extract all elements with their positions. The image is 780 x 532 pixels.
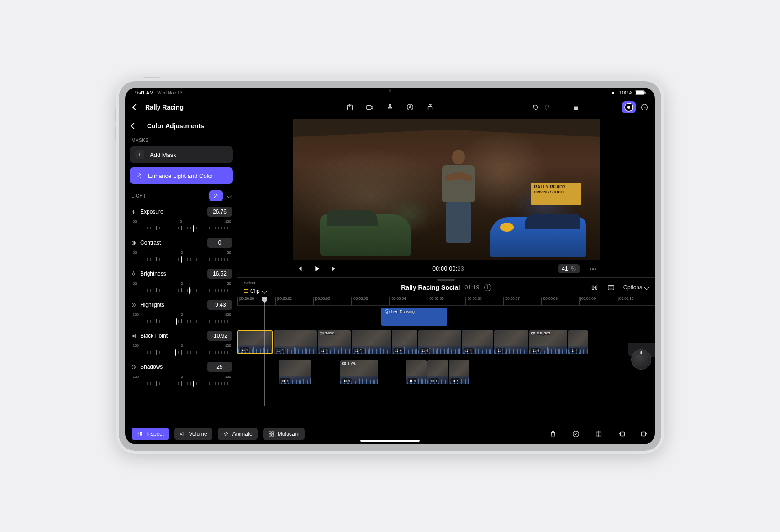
param-slider[interactable]: -50050 bbox=[130, 282, 233, 294]
clip[interactable]: 4 bbox=[406, 360, 427, 384]
param-value[interactable]: 26.76 bbox=[207, 207, 232, 217]
clip-selector[interactable]: Clip bbox=[244, 288, 266, 294]
voiceover-button[interactable] bbox=[386, 103, 394, 111]
sequence-name[interactable]: Rally Racing Social bbox=[401, 284, 460, 291]
timeline-ruler[interactable]: |00:00:00|00:00:01|00:00:02|00:00:03|00:… bbox=[237, 297, 655, 306]
animate-tab[interactable]: Animate bbox=[218, 428, 258, 440]
delete-button[interactable] bbox=[549, 430, 557, 438]
svg-point-51 bbox=[422, 351, 423, 352]
svg-rect-93 bbox=[269, 434, 271, 436]
multicam-tab[interactable]: Multicam bbox=[263, 428, 305, 440]
preview-viewer[interactable]: RALLY READY DRIVING SCHOOL bbox=[293, 119, 600, 260]
param-slider[interactable]: -500100 bbox=[130, 219, 233, 232]
undo-button[interactable] bbox=[531, 103, 539, 111]
svg-point-80 bbox=[411, 380, 412, 381]
clip[interactable]: 4 bbox=[462, 330, 493, 354]
clip[interactable]: 4 bbox=[352, 330, 391, 354]
clip[interactable]: 4 bbox=[274, 330, 317, 354]
param-slider[interactable]: -1000100 bbox=[130, 344, 233, 356]
enhance-button[interactable]: Enhance Light and Color bbox=[130, 167, 233, 184]
param-value[interactable]: 16.52 bbox=[207, 269, 232, 279]
svg-point-72 bbox=[282, 381, 283, 382]
clip[interactable]: 4 bbox=[392, 330, 417, 354]
timeline-resize-handle[interactable] bbox=[437, 279, 455, 281]
import-button[interactable] bbox=[346, 103, 354, 111]
clip[interactable]: 4 bbox=[279, 360, 311, 384]
clip[interactable]: 4 bbox=[418, 330, 461, 354]
clip[interactable]: 24091… 4 bbox=[318, 330, 351, 354]
enable-button[interactable] bbox=[572, 430, 580, 438]
split-button[interactable] bbox=[595, 430, 603, 438]
auto-button[interactable] bbox=[406, 103, 414, 111]
param-highlights: Highlights -9.43 -1000100 bbox=[130, 298, 233, 325]
live-camera-button[interactable] bbox=[366, 103, 374, 111]
select-label: Select bbox=[244, 281, 266, 285]
svg-point-68 bbox=[572, 351, 573, 352]
svg-rect-97 bbox=[620, 432, 624, 436]
param-value[interactable]: 0 bbox=[207, 238, 232, 248]
param-slider[interactable]: -1000100 bbox=[130, 375, 233, 387]
param-slider[interactable]: -50050 bbox=[130, 250, 233, 263]
sequence-info-button[interactable]: i bbox=[484, 284, 491, 291]
prev-frame-button[interactable] bbox=[295, 265, 304, 273]
svg-point-78 bbox=[346, 381, 347, 382]
jog-wheel[interactable] bbox=[631, 349, 651, 370]
trim-start-button[interactable] bbox=[617, 430, 626, 438]
project-title[interactable]: Rally Racing bbox=[145, 104, 184, 111]
media-button[interactable] bbox=[585, 101, 599, 113]
inspector-back-button[interactable] bbox=[130, 122, 138, 130]
svg-point-50 bbox=[424, 349, 425, 350]
param-value[interactable]: 25 bbox=[207, 362, 232, 372]
clip[interactable]: 4 bbox=[494, 330, 529, 354]
svg-rect-74 bbox=[342, 362, 344, 365]
param-value[interactable]: -10.92 bbox=[207, 331, 232, 341]
svg-point-55 bbox=[466, 351, 467, 352]
share-button[interactable] bbox=[426, 103, 434, 111]
param-slider[interactable]: -1000100 bbox=[130, 313, 233, 325]
clip[interactable]: 4 bbox=[568, 330, 588, 354]
svg-point-82 bbox=[411, 381, 412, 382]
svg-point-56 bbox=[467, 351, 468, 352]
svg-point-69 bbox=[573, 351, 574, 352]
light-disclosure[interactable] bbox=[227, 193, 232, 198]
svg-rect-1 bbox=[367, 105, 371, 109]
svg-rect-6 bbox=[574, 107, 578, 110]
svg-point-66 bbox=[572, 349, 573, 350]
svg-point-58 bbox=[499, 349, 500, 350]
inspect-tab[interactable]: Inspect bbox=[132, 428, 169, 440]
clip[interactable]: 1-Wi… 4 bbox=[340, 360, 378, 384]
clip[interactable]: 4 bbox=[449, 360, 469, 384]
back-button[interactable] bbox=[132, 103, 140, 111]
param-brightness: Brightness 16.52 -50050 bbox=[130, 267, 233, 294]
param-black-point: Black Point -10.92 -1000100 bbox=[130, 329, 233, 356]
timeline-options[interactable]: Options bbox=[623, 284, 648, 291]
plus-icon: + bbox=[135, 150, 144, 159]
clip[interactable]: 4 bbox=[427, 360, 448, 384]
playhead-line bbox=[264, 297, 265, 406]
viewer-more-button[interactable] bbox=[589, 265, 597, 273]
redo-button[interactable] bbox=[543, 103, 552, 111]
play-button[interactable] bbox=[313, 265, 321, 273]
next-frame-button[interactable] bbox=[330, 265, 338, 273]
home-indicator[interactable] bbox=[360, 440, 420, 442]
clip[interactable]: DJI_202… 4 bbox=[529, 330, 567, 354]
more-button[interactable] bbox=[640, 103, 648, 111]
svg-point-60 bbox=[499, 351, 500, 352]
svg-point-30 bbox=[242, 350, 243, 351]
clip[interactable]: 4 bbox=[237, 330, 273, 354]
zoom-readout[interactable]: 41 % bbox=[558, 264, 580, 273]
auto-light-button[interactable] bbox=[209, 190, 223, 201]
magnetic-button[interactable] bbox=[590, 283, 599, 292]
inspector-toggle[interactable] bbox=[622, 101, 636, 113]
title-clip[interactable]: A Live Drawing bbox=[381, 308, 447, 326]
param-value[interactable]: -9.43 bbox=[207, 300, 232, 310]
snapping-button[interactable] bbox=[607, 283, 615, 292]
add-mask-button[interactable]: + Add Mask bbox=[130, 146, 233, 163]
pip-button[interactable] bbox=[567, 101, 581, 113]
trim-end-button[interactable] bbox=[640, 430, 648, 438]
volume-tab[interactable]: Volume bbox=[174, 428, 212, 440]
effects-button[interactable] bbox=[604, 101, 617, 113]
timecode-display[interactable]: 00:00:00:23 bbox=[428, 264, 469, 274]
timeline[interactable]: A Live Drawing 4 4 24091… 4 4 4 4 4 4 DJ… bbox=[237, 306, 655, 423]
svg-point-20 bbox=[133, 304, 134, 306]
